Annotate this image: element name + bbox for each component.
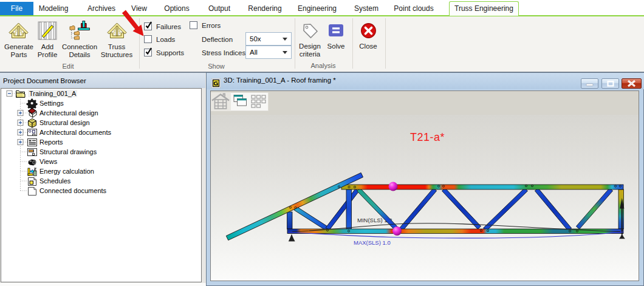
svg-text:MAX(SLS) 1.0: MAX(SLS) 1.0 [354,239,391,246]
